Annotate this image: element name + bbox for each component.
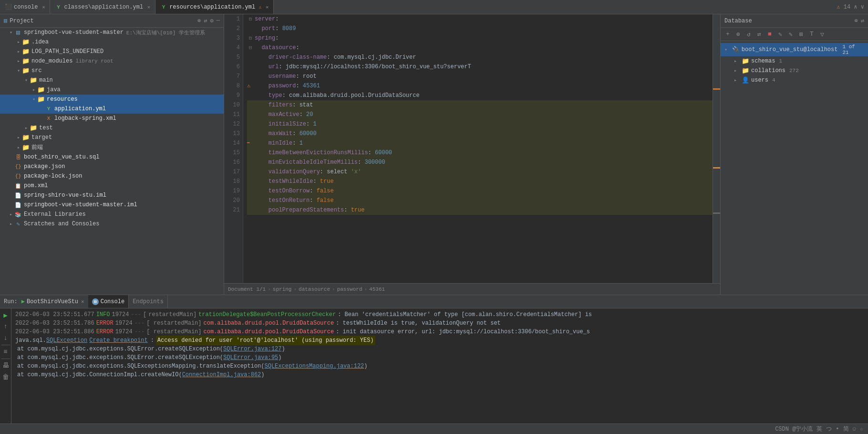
stack-link-1[interactable]: SQLError.java:127 <box>223 345 281 353</box>
db-users-arrow[interactable] <box>734 77 740 83</box>
tree-item-scratches[interactable]: ✎ Scratches and Consoles <box>0 219 224 229</box>
src-arrow[interactable] <box>15 67 22 74</box>
editor-content: 1 2 3 4 5 6 7 8 9 10 11 12 13 14 15 16 1… <box>224 14 720 283</box>
db-btn-filter[interactable]: ▽ <box>818 30 827 39</box>
node-arrow[interactable] <box>15 58 22 64</box>
sidebar-icon-gear[interactable]: ⚙ <box>210 17 214 24</box>
status-simplified[interactable]: 简 <box>843 425 849 433</box>
warning-count-badge[interactable]: ⚠ 14 ∧ ∨ <box>833 3 868 11</box>
stack-link-2[interactable]: SQLError.java:95 <box>223 353 278 362</box>
status-ime-ja[interactable]: つ <box>826 425 832 433</box>
tab-classes-yaml[interactable]: Y classes\application.yml ✕ <box>50 0 155 14</box>
tree-item-src[interactable]: 📁 src <box>0 66 224 75</box>
tree-item-springboot-iml[interactable]: 📄 springboot-vue-student-master.iml <box>0 200 224 210</box>
test-arrow[interactable] <box>23 125 30 131</box>
db-btn-edit2[interactable]: ✎ <box>786 30 795 39</box>
sidebar-icon-arrows[interactable]: ⇄ <box>204 17 207 24</box>
db-connection-arrow[interactable] <box>724 47 730 53</box>
run-btn-list[interactable]: ≡ <box>1 347 10 357</box>
db-btn-grid[interactable]: ⊞ <box>797 30 806 39</box>
root-arrow[interactable] <box>8 29 14 36</box>
db-btn-add[interactable]: + <box>723 30 732 39</box>
java-arrow[interactable] <box>31 86 37 93</box>
tab-console[interactable]: ⬛ console ✕ <box>0 0 50 14</box>
create-breakpoint-link[interactable]: Create breakpoint <box>89 336 147 345</box>
caret-down[interactable]: ∨ <box>861 4 864 11</box>
tree-item-main[interactable]: 📁 main <box>0 75 224 85</box>
run-tab-console[interactable]: ▤ Console <box>88 295 129 308</box>
tree-item-package-json[interactable]: {} package.json <box>0 162 224 171</box>
sidebar-icon-minimize[interactable]: ─ <box>217 17 220 24</box>
scratches-arrow[interactable] <box>8 221 14 227</box>
run-output[interactable]: 2022-06-03 23:52:51.677 INFO 19724 --- [… <box>11 308 868 423</box>
db-btn-text[interactable]: T <box>807 30 816 39</box>
tree-item-node-modules[interactable]: 📁 node_modules library root <box>0 56 224 66</box>
run-btn-play[interactable]: ▶ <box>1 310 10 320</box>
tree-item-logback[interactable]: X logback-spring.xml <box>0 114 224 123</box>
fold-icon-1[interactable] <box>247 16 254 22</box>
tab-console-close[interactable]: ✕ <box>42 4 45 10</box>
run-btn-down[interactable]: ↓ <box>1 333 10 343</box>
tree-item-pom[interactable]: 📋 pom.xml <box>0 181 224 191</box>
run-btn-print[interactable]: 🖶 <box>1 361 10 370</box>
run-btn-up[interactable]: ↑ <box>1 322 10 331</box>
main-arrow[interactable] <box>23 77 30 84</box>
tree-item-root[interactable]: ▤ springboot-vue-student-master E:\淘宝店铺\… <box>0 28 224 37</box>
tree-item-spring-iml[interactable]: 📄 spring-shiro-vue-stu.iml <box>0 191 224 200</box>
tab-classes-yaml-close[interactable]: ✕ <box>147 4 150 10</box>
idea-arrow[interactable] <box>15 39 22 45</box>
frontend-arrow[interactable] <box>15 144 22 151</box>
logback-icon: X <box>45 115 52 122</box>
db-collations-arrow[interactable] <box>734 68 740 74</box>
tree-item-test[interactable]: 📁 test <box>0 123 224 133</box>
tree-item-idea[interactable]: 📁 .idea <box>0 37 224 47</box>
tree-item-application-yml[interactable]: Y application.yml <box>0 104 224 114</box>
status-ime-en[interactable]: 英 <box>816 425 822 433</box>
run-btn-trash[interactable]: 🗑 <box>1 372 10 382</box>
ext-libs-arrow[interactable] <box>8 211 14 218</box>
db-schemas-item[interactable]: 📁 schemas 1 <box>721 56 868 66</box>
db-connection-item[interactable]: 🔌 boot_shiro_vue_stu@localhost 1 of 21 <box>721 43 868 56</box>
db-btn-refresh[interactable]: ↺ <box>744 30 753 39</box>
db-btn-edit[interactable]: ✎ <box>776 30 785 39</box>
tree-item-target[interactable]: 📁 target <box>0 133 224 142</box>
tree-item-log-path[interactable]: 📁 LOG_PATH_IS_UNDEFINED <box>0 47 224 56</box>
run-tab-endpoints[interactable]: Endpoints <box>129 295 168 308</box>
db-users-item[interactable]: 👤 users 4 <box>721 75 868 85</box>
db-btn-duplicate[interactable]: ⊕ <box>734 30 743 39</box>
tab-resources-yaml[interactable]: Y resources\application.yml ⚠ ✕ <box>155 0 274 14</box>
db-collations-item[interactable]: 📁 collations 272 <box>721 66 868 75</box>
fold-icon-3[interactable] <box>247 35 254 42</box>
code-area[interactable]: server: port: 8089 spring: datasource: <box>243 14 713 283</box>
db-btn-stop[interactable]: ■ <box>765 30 774 39</box>
stack-link-3[interactable]: SQLExceptionsMapping.java:122 <box>264 362 364 370</box>
project-icon: ▤ <box>4 17 7 24</box>
tree-item-frontend[interactable]: 📁 前端 <box>0 142 224 152</box>
tree-item-package-lock-json[interactable]: {} package-lock.json <box>0 171 224 181</box>
tree-item-external-libs[interactable]: 📚 External Libraries <box>0 210 224 219</box>
sidebar-icon-globe[interactable]: ⊕ <box>197 17 201 24</box>
run-close-icon[interactable]: ✕ <box>81 298 84 305</box>
app-yml-label: application.yml <box>54 106 106 112</box>
db-schemas-arrow[interactable] <box>734 58 740 64</box>
tab-resources-yaml-close[interactable]: ✕ <box>266 4 269 10</box>
db-btn-sync[interactable]: ⇄ <box>755 30 764 39</box>
tree-item-java[interactable]: 📁 java <box>0 85 224 95</box>
fold-icon-4[interactable] <box>247 44 254 51</box>
stack-link-4[interactable]: ConnectionImpl.java:862 <box>182 370 261 379</box>
tree-item-resources[interactable]: 📁 resources <box>0 95 224 104</box>
status-emoji[interactable]: ☺ <box>853 426 856 433</box>
exception-class[interactable]: SQLException <box>46 336 87 345</box>
db-icon-globe[interactable]: ⊕ <box>855 17 858 24</box>
db-connection-icon: 🔌 <box>732 46 740 53</box>
log-arrow[interactable] <box>15 48 22 55</box>
warning-indicator: ⚠ <box>258 4 261 10</box>
db-icon-arrows[interactable]: ⇄ <box>861 17 864 24</box>
target-arrow[interactable] <box>15 134 22 141</box>
resources-arrow[interactable] <box>31 96 37 103</box>
logback-arrow <box>38 115 45 122</box>
code-key-twi: testWhileIdle <box>269 177 313 186</box>
status-star[interactable]: ☆ <box>860 425 863 433</box>
caret-up[interactable]: ∧ <box>854 4 857 11</box>
tree-item-sql[interactable]: 🗄 boot_shiro_vue_stu.sql <box>0 152 224 162</box>
